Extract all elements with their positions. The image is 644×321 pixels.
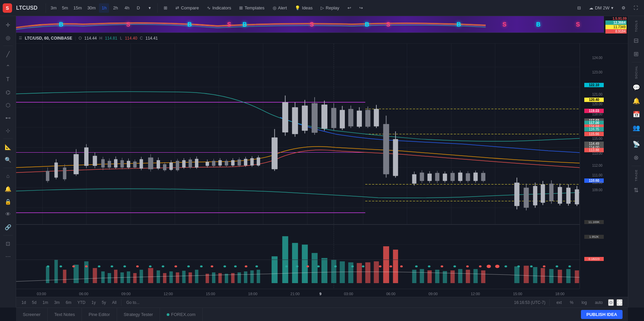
tab-strategy-tester[interactable]: Strategy Tester: [117, 308, 160, 321]
btf-settings[interactable]: ⚙: [608, 299, 614, 306]
price-115: 115.00: [592, 137, 602, 141]
rt-chat-btn[interactable]: 💬: [630, 82, 642, 94]
alerts-list-btn[interactable]: 🔔: [2, 183, 14, 195]
svg-rect-184: [244, 271, 247, 283]
svg-point-261: [569, 265, 571, 267]
rt-signal-btn[interactable]: 📡: [630, 138, 642, 150]
tf-2h[interactable]: 2h: [110, 3, 120, 13]
btf-expand[interactable]: ⛶: [616, 299, 623, 306]
svg-point-246: [389, 265, 392, 267]
crosshair-btn[interactable]: ✛: [2, 19, 14, 31]
tf-dropdown[interactable]: ▾: [145, 3, 155, 13]
badge-115-66: 115.66: [584, 132, 604, 136]
rt-calendar-btn[interactable]: 📅: [630, 108, 642, 120]
watchlist-btn[interactable]: ⌂: [2, 170, 14, 182]
svg-point-254: [487, 265, 491, 268]
time-03: 03:00: [37, 292, 46, 296]
svg-point-241: [317, 265, 320, 267]
line-btn[interactable]: ╱: [2, 48, 14, 60]
btf-ext[interactable]: ext: [554, 299, 565, 307]
replay-btn[interactable]: ▷ Replay: [317, 3, 342, 13]
btf-auto[interactable]: auto: [592, 299, 605, 307]
btf-3m[interactable]: 3m: [51, 299, 62, 307]
tab-pine-editor[interactable]: Pine Editor: [82, 308, 117, 321]
svg-point-235: [234, 265, 237, 267]
templates-btn[interactable]: ⊞ Templates: [236, 3, 268, 13]
svg-rect-173: [169, 271, 173, 283]
alert-btn[interactable]: ◎ Alert: [269, 3, 290, 13]
tf-1h[interactable]: 1h: [99, 3, 109, 13]
more-tools-btn[interactable]: ⋯: [2, 250, 14, 262]
signal-s-3: S: [310, 21, 314, 28]
btf-all[interactable]: All: [109, 299, 119, 307]
undo-btn[interactable]: ↩: [344, 3, 355, 13]
templates-side-btn[interactable]: ⊡: [2, 237, 14, 250]
tf-30m[interactable]: 30m: [85, 3, 98, 13]
signal-b-3: B: [243, 21, 247, 28]
arrow-btn[interactable]: ⌃: [2, 61, 14, 73]
tf-3m[interactable]: 3m: [49, 3, 59, 13]
time-03b: 03:00: [344, 292, 353, 296]
price-109: 109.00: [592, 188, 602, 192]
link-btn[interactable]: 🔗: [2, 221, 14, 233]
btf-log[interactable]: log: [579, 299, 590, 307]
settings-btn[interactable]: ⚙: [618, 3, 629, 13]
path-btn[interactable]: ⌬: [2, 86, 14, 98]
rt-people-btn[interactable]: 👥: [630, 122, 642, 134]
svg-rect-164: [108, 273, 111, 283]
fullscreen-btn[interactable]: ⛶: [630, 3, 641, 13]
cloud-btn[interactable]: ☁ DM 2W ▾: [586, 3, 617, 13]
symbol-label[interactable]: LTCUSD: [16, 5, 38, 11]
signal-b-6: B: [536, 21, 540, 28]
time-18b: 18:00: [555, 292, 565, 296]
btf-ytd[interactable]: YTD: [75, 299, 88, 307]
tab-text-notes-label: Text Notes: [54, 312, 75, 317]
svg-point-252: [466, 265, 469, 267]
time-21: 21:00: [290, 292, 300, 296]
btf-1m[interactable]: 1m: [40, 299, 51, 307]
cursor-btn[interactable]: ◎: [2, 32, 14, 44]
main-chart-canvas[interactable]: 124.00 123.00 122.10 121.00 120.40 120.0…: [16, 44, 604, 298]
rt-object-btn[interactable]: ⊞: [630, 48, 642, 60]
logo-badge[interactable]: S: [3, 3, 12, 13]
fib-btn[interactable]: ⊷: [2, 112, 14, 124]
btf-1d[interactable]: 1d: [19, 299, 29, 307]
svg-point-260: [556, 265, 558, 267]
ci-open-val: 114.44: [85, 36, 97, 41]
btf-6m[interactable]: 6m: [63, 299, 74, 307]
chart-type-btn[interactable]: ⊞: [160, 3, 171, 13]
visibility-btn[interactable]: 👁: [2, 208, 14, 220]
rt-trade-btn[interactable]: ⇅: [630, 184, 642, 196]
ideas-btn[interactable]: 💡 Ideas: [291, 3, 316, 13]
rt-layers-btn[interactable]: ⊗: [630, 152, 642, 164]
time-06b: 06:00: [386, 292, 395, 296]
indicators-btn[interactable]: ∿ Indicators: [204, 3, 234, 13]
tab-forex[interactable]: FOREX.com: [160, 308, 203, 321]
redo-btn[interactable]: ↪: [356, 3, 366, 13]
rt-notification-btn[interactable]: 🔔: [630, 95, 642, 107]
tab-screener[interactable]: Screener: [16, 308, 48, 321]
pattern-btn[interactable]: ⊹: [2, 124, 14, 137]
tf-4h[interactable]: 4h: [122, 3, 132, 13]
price-scale-panel: 124.00 123.00 122.10 121.00 120.40 120.0…: [580, 44, 604, 289]
btf-goto[interactable]: Go to...: [123, 299, 142, 307]
rt-sep-1: [632, 62, 641, 62]
btf-5d[interactable]: 5d: [29, 299, 39, 307]
shape-btn[interactable]: ⬡: [2, 99, 14, 111]
btf-5y[interactable]: 5y: [99, 299, 109, 307]
btf-pct[interactable]: %: [567, 299, 576, 307]
zoom-btn[interactable]: 🔍: [2, 154, 14, 166]
rt-grid-btn[interactable]: ⊟: [630, 35, 642, 47]
text-btn[interactable]: T: [2, 73, 14, 86]
layout-btn[interactable]: ⊟: [574, 3, 584, 13]
btf-1y[interactable]: 1y: [89, 299, 99, 307]
publish-idea-btn[interactable]: PUBLISH IDEA: [581, 310, 623, 319]
tab-text-notes[interactable]: Text Notes: [48, 308, 82, 321]
compare-btn[interactable]: ⇄ Compare: [172, 3, 202, 13]
ruler-btn[interactable]: 📐: [2, 141, 14, 153]
lock-btn[interactable]: 🔒: [2, 196, 14, 208]
tf-5m[interactable]: 5m: [60, 3, 70, 13]
svg-rect-207: [458, 269, 463, 283]
tf-15m[interactable]: 15m: [71, 3, 84, 13]
tf-D[interactable]: D: [133, 3, 143, 13]
